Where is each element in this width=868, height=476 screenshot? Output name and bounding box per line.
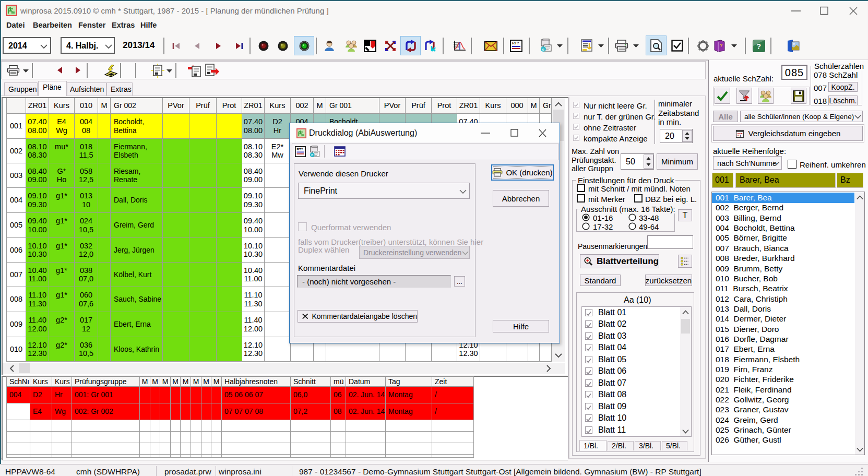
svg-text:?: ? xyxy=(720,43,723,48)
svg-text:RT?: RT? xyxy=(512,41,519,45)
svg-text:RT?: RT? xyxy=(297,147,303,151)
svg-text:1: 1 xyxy=(739,134,741,137)
svg-text:e: e xyxy=(542,47,545,52)
svg-text:e: e xyxy=(311,153,313,157)
svg-text:?: ? xyxy=(756,42,761,51)
